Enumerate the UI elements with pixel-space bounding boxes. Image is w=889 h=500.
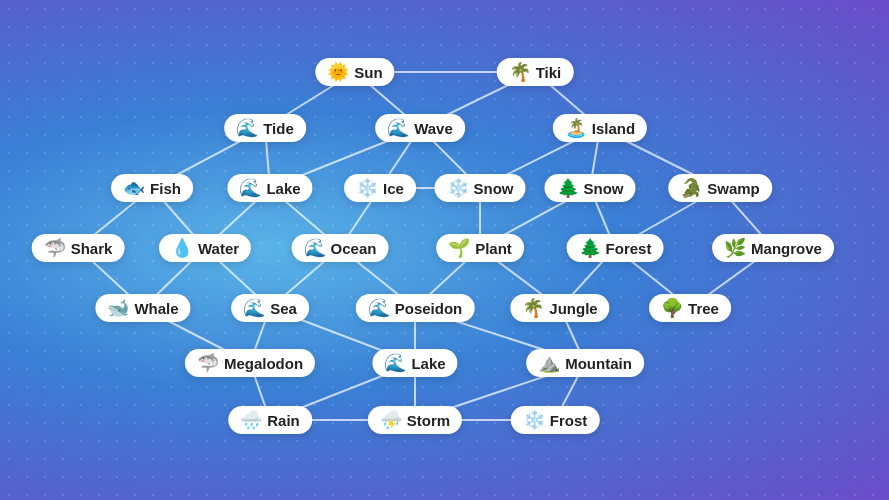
node-icon-fish: 🐟: [123, 179, 145, 197]
node-icon-megalodon: 🦈: [197, 354, 219, 372]
node-icon-rain: 🌧️: [240, 411, 262, 429]
node-label-ice: Ice: [383, 180, 404, 197]
node-plant: 🌱Plant: [436, 234, 524, 262]
node-icon-snow2: 🌲: [557, 179, 579, 197]
node-ocean: 🌊Ocean: [292, 234, 389, 262]
node-icon-frost: ❄️: [523, 411, 545, 429]
node-label-snow2: Snow: [584, 180, 624, 197]
node-label-storm: Storm: [407, 412, 450, 429]
node-icon-tree: 🌳: [661, 299, 683, 317]
node-label-whale: Whale: [134, 300, 178, 317]
node-icon-water: 💧: [171, 239, 193, 257]
node-shark: 🦈Shark: [32, 234, 125, 262]
node-label-sun: Sun: [354, 64, 382, 81]
node-icon-wave: 🌊: [387, 119, 409, 137]
node-icon-ocean: 🌊: [304, 239, 326, 257]
node-icon-shark: 🦈: [44, 239, 66, 257]
node-icon-lake2: 🌊: [384, 354, 406, 372]
node-icon-plant: 🌱: [448, 239, 470, 257]
node-mountain: ⛰️Mountain: [526, 349, 644, 377]
node-fish: 🐟Fish: [111, 174, 193, 202]
node-jungle: 🌴Jungle: [510, 294, 609, 322]
node-icon-lake1: 🌊: [239, 179, 261, 197]
node-label-lake2: Lake: [411, 355, 445, 372]
node-label-jungle: Jungle: [549, 300, 597, 317]
node-icon-forest: 🌲: [579, 239, 601, 257]
node-label-forest: Forest: [606, 240, 652, 257]
node-label-frost: Frost: [550, 412, 588, 429]
node-label-shark: Shark: [71, 240, 113, 257]
node-label-island: Island: [592, 120, 635, 137]
node-tree: 🌳Tree: [649, 294, 731, 322]
node-icon-tide: 🌊: [236, 119, 258, 137]
node-icon-mountain: ⛰️: [538, 354, 560, 372]
node-label-plant: Plant: [475, 240, 512, 257]
node-label-lake1: Lake: [266, 180, 300, 197]
node-sun: 🌞Sun: [315, 58, 394, 86]
node-megalodon: 🦈Megalodon: [185, 349, 315, 377]
node-water: 💧Water: [159, 234, 251, 262]
node-icon-tiki: 🌴: [509, 63, 531, 81]
node-mangrove: 🌿Mangrove: [712, 234, 834, 262]
diagram: 🌞Sun🌴Tiki🌊Tide🌊Wave🏝️Island🐟Fish🌊Lake❄️I…: [0, 0, 889, 500]
node-label-megalodon: Megalodon: [224, 355, 303, 372]
node-icon-storm: ⛈️: [380, 411, 402, 429]
node-icon-sea: 🌊: [243, 299, 265, 317]
node-island: 🏝️Island: [553, 114, 647, 142]
node-lake2: 🌊Lake: [372, 349, 457, 377]
node-label-snow1: Snow: [474, 180, 514, 197]
node-label-poseidon: Poseidon: [395, 300, 463, 317]
node-label-tiki: Tiki: [536, 64, 562, 81]
node-label-mangrove: Mangrove: [751, 240, 822, 257]
node-label-rain: Rain: [267, 412, 300, 429]
node-frost: ❄️Frost: [511, 406, 600, 434]
node-icon-swamp: 🐊: [680, 179, 702, 197]
node-snow1: ❄️Snow: [435, 174, 526, 202]
node-icon-snow1: ❄️: [447, 179, 469, 197]
node-whale: 🐋Whale: [95, 294, 190, 322]
node-label-swamp: Swamp: [707, 180, 760, 197]
node-icon-ice: ❄️: [356, 179, 378, 197]
node-wave: 🌊Wave: [375, 114, 465, 142]
node-label-wave: Wave: [414, 120, 453, 137]
node-icon-mangrove: 🌿: [724, 239, 746, 257]
node-swamp: 🐊Swamp: [668, 174, 772, 202]
node-storm: ⛈️Storm: [368, 406, 462, 434]
node-label-sea: Sea: [270, 300, 297, 317]
node-sea: 🌊Sea: [231, 294, 309, 322]
node-lake1: 🌊Lake: [227, 174, 312, 202]
node-rain: 🌧️Rain: [228, 406, 312, 434]
node-tide: 🌊Tide: [224, 114, 306, 142]
node-poseidon: 🌊Poseidon: [356, 294, 475, 322]
node-label-fish: Fish: [150, 180, 181, 197]
node-icon-island: 🏝️: [565, 119, 587, 137]
node-icon-sun: 🌞: [327, 63, 349, 81]
node-icon-jungle: 🌴: [522, 299, 544, 317]
node-snow2: 🌲Snow: [545, 174, 636, 202]
node-label-tide: Tide: [263, 120, 294, 137]
node-icon-whale: 🐋: [107, 299, 129, 317]
node-forest: 🌲Forest: [567, 234, 664, 262]
node-ice: ❄️Ice: [344, 174, 416, 202]
node-label-ocean: Ocean: [331, 240, 377, 257]
node-label-tree: Tree: [688, 300, 719, 317]
node-label-mountain: Mountain: [565, 355, 632, 372]
node-label-water: Water: [198, 240, 239, 257]
node-tiki: 🌴Tiki: [497, 58, 574, 86]
node-icon-poseidon: 🌊: [368, 299, 390, 317]
